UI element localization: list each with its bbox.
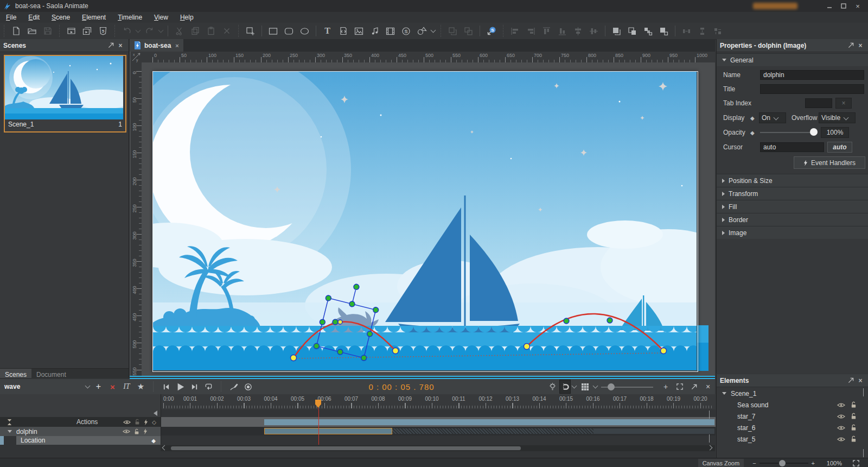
event-handlers-button[interactable]: Event Handlers xyxy=(794,156,865,169)
close-window-button[interactable]: × xyxy=(851,1,865,11)
lock-icon[interactable] xyxy=(851,424,857,431)
element-row-star6[interactable]: star_6 xyxy=(717,422,861,433)
panel-splitter[interactable] xyxy=(130,376,715,377)
title-input[interactable] xyxy=(760,84,864,94)
timeline-row-dolphin[interactable]: dolphin xyxy=(0,427,161,437)
location-hatched-span[interactable] xyxy=(392,428,593,434)
redo-button[interactable] xyxy=(142,24,157,37)
grid-options-chevron-icon[interactable] xyxy=(593,383,598,389)
dolphin-animation-bar[interactable] xyxy=(264,419,714,425)
canvas-zoom-in-button[interactable]: + xyxy=(808,460,818,466)
go-to-end-button[interactable] xyxy=(187,380,201,393)
properties-popout-button[interactable] xyxy=(846,41,856,50)
align-center-h-button[interactable] xyxy=(571,24,585,37)
align-center-v-button[interactable] xyxy=(586,24,601,37)
section-border[interactable]: Border xyxy=(717,213,868,226)
section-general[interactable]: General xyxy=(717,53,868,66)
auto-keyframe-button[interactable] xyxy=(227,380,241,393)
timeline-popout-button[interactable] xyxy=(687,380,701,393)
path-current-point[interactable] xyxy=(338,320,342,324)
path-endpoint[interactable] xyxy=(524,344,530,350)
video-tool-button[interactable] xyxy=(383,24,398,37)
lightning-icon[interactable] xyxy=(143,428,148,434)
go-to-start-button[interactable] xyxy=(159,380,173,393)
keyframe-diamond-icon[interactable]: ◆ xyxy=(151,438,156,444)
section-position-size[interactable]: Position & Size xyxy=(717,174,868,187)
location-keyframe-span-selected[interactable] xyxy=(264,428,392,434)
add-animation-button[interactable]: + xyxy=(91,380,105,393)
preview-project-button[interactable] xyxy=(80,24,94,37)
rectangle-tool-button[interactable] xyxy=(266,24,280,37)
record-button[interactable] xyxy=(241,380,255,393)
canvas-zoom-slider[interactable] xyxy=(760,459,808,466)
distribute-h-button[interactable] xyxy=(679,24,694,37)
toolbar-grip[interactable] xyxy=(502,25,505,37)
convert-to-symbol-button[interactable]: S xyxy=(484,24,499,37)
scroll-left-icon[interactable] xyxy=(162,445,168,450)
element-row-star7[interactable]: star_7 xyxy=(717,411,861,422)
path-keyframe-point[interactable] xyxy=(607,318,612,323)
track-scroll-down[interactable] xyxy=(708,434,713,440)
opacity-value-box[interactable]: 100% xyxy=(821,127,849,138)
insert-pane-button[interactable] xyxy=(243,24,258,37)
preview-scene-button[interactable] xyxy=(64,24,79,37)
rename-animation-button[interactable]: IT xyxy=(119,380,133,393)
redo-history-chevron-icon[interactable] xyxy=(158,28,164,33)
timeline-zoom-thumb[interactable] xyxy=(608,383,615,390)
favorite-animation-button[interactable]: ★ xyxy=(133,380,148,393)
opacity-slider-track[interactable] xyxy=(760,132,814,133)
copy-button[interactable] xyxy=(188,24,202,37)
cursor-auto-button[interactable]: auto xyxy=(827,142,852,153)
elements-scroll-down[interactable] xyxy=(862,449,867,455)
remove-animation-button[interactable]: × xyxy=(105,380,119,393)
loop-playback-button[interactable] xyxy=(201,380,215,393)
scene-thumbnail[interactable]: Scene_1 1 xyxy=(4,55,126,132)
toolbar-grip[interactable] xyxy=(439,25,442,37)
stage[interactable] xyxy=(152,71,698,372)
path-endpoint[interactable] xyxy=(393,348,399,354)
snapping-options-chevron-icon[interactable] xyxy=(572,383,577,389)
cut-button[interactable] xyxy=(172,24,187,37)
timeline-close-button[interactable]: × xyxy=(701,380,715,393)
align-right-button[interactable] xyxy=(524,24,538,37)
toolbar-grip[interactable] xyxy=(58,25,61,37)
lock-icon[interactable] xyxy=(851,401,857,408)
shapes-tool-button[interactable] xyxy=(414,24,429,37)
path-endpoint[interactable] xyxy=(661,348,667,354)
visibility-eye-icon[interactable] xyxy=(837,402,845,408)
minimize-button[interactable] xyxy=(822,1,837,11)
properties-close-button[interactable]: × xyxy=(856,41,865,50)
toolbar-grip[interactable] xyxy=(237,25,240,37)
toolbar-grip[interactable] xyxy=(3,25,5,37)
tree-expanded-icon[interactable] xyxy=(722,392,726,395)
elements-scroll-up[interactable] xyxy=(862,388,867,394)
open-project-button[interactable] xyxy=(24,24,39,37)
track-scroll-up[interactable] xyxy=(708,411,713,416)
path-keyframe-point[interactable] xyxy=(564,318,569,324)
lock-icon[interactable] xyxy=(134,428,139,435)
ellipse-tool-button[interactable] xyxy=(297,24,312,37)
stage-canvas[interactable] xyxy=(153,72,697,370)
element-row-scene[interactable]: Scene_1 xyxy=(717,388,861,399)
visibility-eye-icon[interactable] xyxy=(123,420,131,425)
path-keyframe-point[interactable] xyxy=(333,319,338,325)
canvas-zoom-thumb[interactable] xyxy=(779,460,786,466)
distribute-v-button[interactable] xyxy=(695,24,710,37)
undo-button[interactable] xyxy=(119,24,134,37)
collapse-rows-icon[interactable] xyxy=(7,419,12,425)
symbol-tool-button[interactable]: S xyxy=(399,24,413,37)
send-to-back-button[interactable] xyxy=(625,24,640,37)
paste-button[interactable] xyxy=(203,24,218,37)
timeline-actions-header-row[interactable]: Actions ◇ xyxy=(0,417,161,427)
row-expanded-icon[interactable] xyxy=(8,430,12,433)
document-tab[interactable]: boat-sea × xyxy=(130,39,183,52)
canvas-viewport[interactable] xyxy=(142,62,715,377)
group-button[interactable] xyxy=(445,24,460,37)
play-button[interactable] xyxy=(173,380,187,393)
element-sea[interactable] xyxy=(153,326,697,370)
auto-highlight-button[interactable] xyxy=(545,380,559,393)
bring-forward-button[interactable] xyxy=(641,24,655,37)
opacity-slider-thumb[interactable] xyxy=(810,128,818,136)
toolbar-grip[interactable] xyxy=(113,25,116,37)
menu-element[interactable]: Element xyxy=(76,12,112,22)
